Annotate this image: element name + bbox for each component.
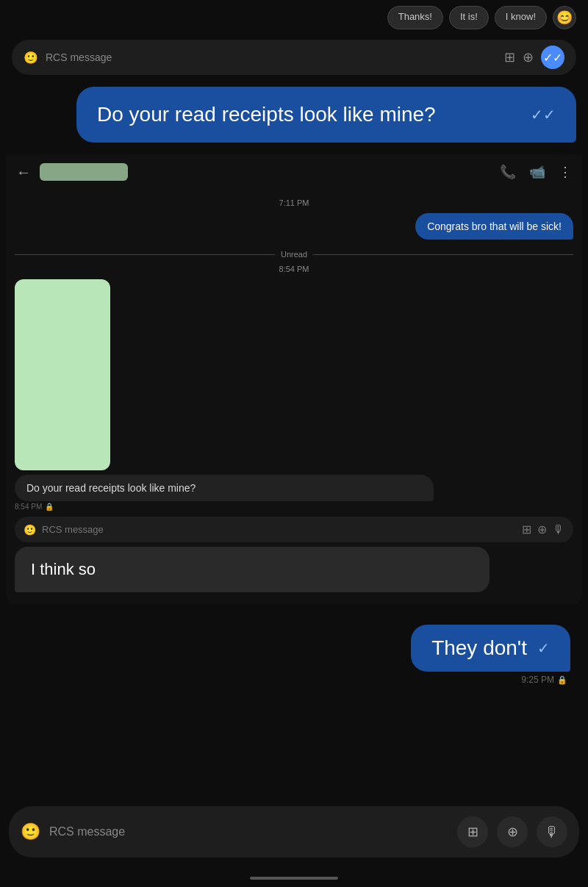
rcs-smiley-icon: 🙂 (24, 51, 38, 65)
big-sent-bubble-text: Do your read receipts look like mine? (97, 103, 436, 126)
unread-label: Unread (281, 250, 307, 259)
they-dont-bubble: They don't ✓ (411, 625, 570, 672)
chat-area: 7:11 PM Congrats bro that will be sick! … (6, 190, 582, 598)
lock-icon-right: 🔒 (557, 675, 567, 685)
add-btn-icon: ⊕ (507, 824, 518, 840)
more-options-icon[interactable]: ⋮ (559, 164, 572, 180)
phone-input-bar[interactable]: 🙂 RCS message ⊞ ⊕ 🎙 (15, 517, 573, 542)
gallery-btn-icon: ⊞ (467, 824, 478, 840)
main-add-button[interactable]: ⊕ (497, 816, 528, 847)
top-input-actions: ⊞ ⊕ ✓✓ (504, 46, 564, 69)
phone-header-actions: 📞 📹 ⋮ (500, 164, 572, 180)
emoji-chip[interactable]: 😊 (553, 6, 576, 29)
big-sent-bubble: Do your read receipts look like mine? ✓✓ (76, 87, 576, 143)
quick-reply-it-is[interactable]: It is! (449, 6, 489, 29)
add-icon[interactable]: ⊕ (523, 49, 534, 65)
lock-icon: 🔒 (45, 503, 54, 511)
unread-divider: Unread (15, 250, 573, 259)
send-button-top[interactable]: ✓✓ (541, 46, 564, 69)
main-gallery-button[interactable]: ⊞ (457, 816, 488, 847)
phone-gallery-icon[interactable]: ⊞ (522, 522, 531, 536)
unread-line-right (313, 254, 573, 255)
home-bar (250, 877, 338, 880)
unread-line-left (15, 254, 275, 255)
phone-call-icon[interactable]: 📞 (500, 164, 516, 180)
main-emoji-icon[interactable]: 🙂 (21, 822, 40, 841)
main-input-bar[interactable]: 🙂 RCS message ⊞ ⊕ 🎙 (9, 806, 579, 858)
mic-btn-icon: 🎙 (545, 824, 559, 841)
sent-query-bubble: Do your read receipts look like mine? (15, 475, 434, 501)
phone-header: ← 📞 📹 ⋮ (6, 154, 582, 190)
timestamp-711pm: 7:11 PM (15, 198, 573, 207)
video-call-icon[interactable]: 📹 (529, 164, 545, 180)
phone-emoji-icon: 🙂 (24, 524, 36, 536)
gallery-icon[interactable]: ⊞ (504, 49, 515, 65)
they-dont-checkmark: ✓ (537, 639, 550, 657)
contact-name-blur (40, 163, 128, 181)
top-input-bar[interactable]: 🙂 RCS message ⊞ ⊕ ✓✓ (12, 40, 576, 75)
they-dont-text: They don't (431, 636, 527, 660)
send-icon: ✓✓ (543, 51, 562, 65)
main-input-placeholder[interactable]: RCS message (49, 825, 448, 838)
sent-time-854: 8:54 PM 🔒 (15, 503, 573, 511)
back-arrow-icon[interactable]: ← (16, 164, 31, 181)
main-mic-button[interactable]: 🎙 (537, 816, 567, 847)
received-image (15, 279, 110, 470)
phone-mic-icon[interactable]: 🎙 (553, 523, 564, 536)
bottom-section: They don't ✓ 9:25 PM 🔒 (0, 619, 588, 697)
quick-replies-row: Thanks! It is! I know! 😊 (0, 0, 588, 35)
time-right-925: 9:25 PM 🔒 (9, 675, 567, 685)
sent-bubble-congrats: Congrats bro that will be sick! (415, 213, 573, 240)
phone-frame: ← 📞 📹 ⋮ 7:11 PM Congrats bro that will b… (6, 154, 582, 604)
quick-reply-thanks[interactable]: Thanks! (387, 6, 443, 29)
double-checkmark-icon: ✓✓ (531, 106, 556, 123)
quick-reply-i-know[interactable]: I know! (495, 6, 547, 29)
timestamp-854pm: 8:54 PM (15, 265, 573, 273)
phone-input-placeholder[interactable]: RCS message (42, 524, 516, 535)
phone-input-actions: ⊞ ⊕ 🎙 (522, 522, 564, 536)
top-input-placeholder[interactable]: RCS message (46, 51, 497, 63)
phone-add-icon[interactable]: ⊕ (537, 522, 547, 536)
typing-bubble: I think so (15, 547, 490, 592)
